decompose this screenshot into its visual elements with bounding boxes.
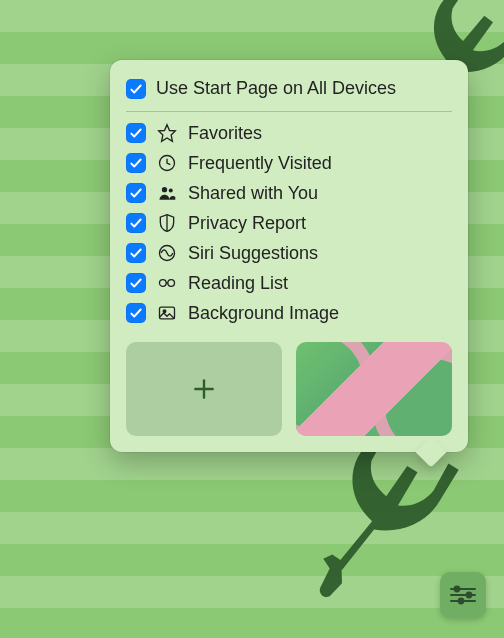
svg-point-16 bbox=[459, 599, 464, 604]
option-label: Frequently Visited bbox=[188, 153, 452, 174]
clock-icon bbox=[156, 152, 178, 174]
svg-point-14 bbox=[455, 587, 460, 592]
option-use-start-page-all-devices[interactable]: Use Start Page on All Devices bbox=[126, 74, 452, 103]
customize-start-page-button[interactable] bbox=[440, 572, 486, 618]
sliders-icon bbox=[449, 585, 477, 605]
image-icon bbox=[156, 302, 178, 324]
siri-icon bbox=[156, 242, 178, 264]
star-icon bbox=[156, 122, 178, 144]
option-label: Shared with You bbox=[188, 183, 452, 204]
svg-point-15 bbox=[467, 593, 472, 598]
background-image-thumbnails bbox=[126, 342, 452, 436]
people-icon bbox=[156, 182, 178, 204]
svg-point-2 bbox=[162, 187, 167, 192]
add-background-image-button[interactable] bbox=[126, 342, 282, 436]
option-shared-with-you[interactable]: Shared with You bbox=[126, 178, 452, 208]
plus-icon bbox=[191, 376, 217, 402]
option-label: Favorites bbox=[188, 123, 452, 144]
checkbox-checked-icon bbox=[126, 303, 146, 323]
svg-point-6 bbox=[168, 280, 175, 287]
checkbox-checked-icon bbox=[126, 183, 146, 203]
option-label: Use Start Page on All Devices bbox=[156, 78, 452, 99]
option-reading-list[interactable]: Reading List bbox=[126, 268, 452, 298]
separator bbox=[126, 111, 452, 112]
option-favorites[interactable]: Favorites bbox=[126, 118, 452, 148]
start-page-customize-popover: Use Start Page on All Devices Favorites … bbox=[110, 60, 468, 452]
svg-point-5 bbox=[160, 280, 167, 287]
checkbox-checked-icon bbox=[126, 79, 146, 99]
checkbox-checked-icon bbox=[126, 243, 146, 263]
glasses-icon bbox=[156, 272, 178, 294]
checkbox-checked-icon bbox=[126, 153, 146, 173]
option-siri-suggestions[interactable]: Siri Suggestions bbox=[126, 238, 452, 268]
checkbox-checked-icon bbox=[126, 273, 146, 293]
option-label: Background Image bbox=[188, 303, 452, 324]
option-background-image[interactable]: Background Image bbox=[126, 298, 452, 328]
svg-point-3 bbox=[169, 189, 173, 193]
option-label: Reading List bbox=[188, 273, 452, 294]
checkbox-checked-icon bbox=[126, 123, 146, 143]
shield-icon bbox=[156, 212, 178, 234]
svg-marker-0 bbox=[159, 125, 176, 142]
option-label: Siri Suggestions bbox=[188, 243, 452, 264]
option-label: Privacy Report bbox=[188, 213, 452, 234]
background-image-thumbnail[interactable] bbox=[296, 342, 452, 436]
option-frequently-visited[interactable]: Frequently Visited bbox=[126, 148, 452, 178]
checkbox-checked-icon bbox=[126, 213, 146, 233]
option-privacy-report[interactable]: Privacy Report bbox=[126, 208, 452, 238]
